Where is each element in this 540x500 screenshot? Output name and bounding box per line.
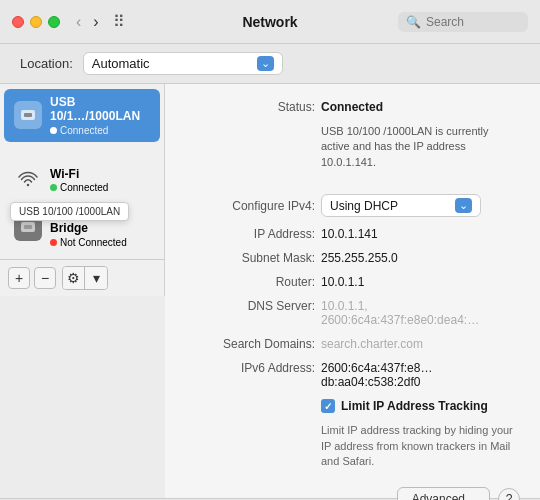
usb-item-status: Connected [50,125,150,136]
limit-ip-row: Limit IP Address Tracking [321,399,520,413]
thunderbolt-item-status: Not Connected [50,237,150,248]
dns-row: DNS Server: 10.0.1.1, 2600:6c4a:437f:e8e… [185,299,520,327]
status-label: Status: [185,100,315,114]
configure-select[interactable]: Using DHCP ⌄ [321,194,481,217]
sidebar-item-usb[interactable]: USB 10/1…/1000LAN Connected [4,89,160,142]
wifi-item-name: Wi-Fi [50,167,108,181]
search-input[interactable] [426,15,516,29]
configure-row: Configure IPv4: Using DHCP ⌄ [185,194,520,217]
back-button[interactable]: ‹ [72,13,85,31]
search-domains-row: Search Domains: search.charter.com [185,337,520,351]
ipv6-row: IPv6 Address: 2600:6c4a:437f:e8…db:aa04:… [185,361,520,389]
sidebar-list: USB 10/1…/1000LAN Connected USB 10/100 /… [0,84,164,259]
status-row: Status: Connected [185,100,520,114]
location-bar: Location: Automatic ⌄ [0,44,540,84]
svg-rect-3 [24,225,32,229]
router-row: Router: 10.0.1.1 [185,275,520,289]
configure-arrow-icon: ⌄ [455,198,472,213]
status-description: USB 10/100 /1000LAN is currently active … [321,124,520,170]
minimize-button[interactable] [30,16,42,28]
limit-ip-checkbox[interactable] [321,399,335,413]
search-domains-value: search.charter.com [321,337,423,351]
router-value: 10.0.1.1 [321,275,364,289]
usb-status-dot [50,127,57,134]
sidebar-item-wifi[interactable]: Wi-Fi Connected [4,160,160,200]
advanced-button[interactable]: Advanced... [397,487,490,500]
sidebar-footer: + − ⚙ ▾ [0,259,164,296]
ip-value: 10.0.1.141 [321,227,378,241]
limit-ip-desc: Limit IP address tracking by hiding your… [321,423,520,469]
help-button[interactable]: ? [498,488,520,500]
status-value: Connected [321,100,383,114]
search-icon: 🔍 [406,15,421,29]
settings-arrow-button[interactable]: ▾ [85,267,107,289]
titlebar: ‹ › ⠿ Network 🔍 [0,0,540,44]
window-title: Network [242,14,297,30]
dns-label: DNS Server: [185,299,315,313]
detail-actions: Advanced... ? [185,479,520,500]
location-arrow-icon: ⌄ [257,56,274,71]
subnet-row: Subnet Mask: 255.255.255.0 [185,251,520,265]
configure-label: Configure IPv4: [185,199,315,213]
router-label: Router: [185,275,315,289]
detail-panel: Status: Connected USB 10/100 /1000LAN is… [165,84,540,498]
wifi-icon [14,166,42,194]
usb-tooltip: USB 10/100 /1000LAN [10,202,129,221]
grid-icon[interactable]: ⠿ [113,12,125,31]
usb-item-info: USB 10/1…/1000LAN Connected [50,95,150,136]
location-label: Location: [20,56,73,71]
ipv6-label: IPv6 Address: [185,361,315,375]
traffic-lights [12,16,60,28]
wifi-status-dot [50,184,57,191]
main-content: USB 10/1…/1000LAN Connected USB 10/100 /… [0,84,540,498]
sidebar-wrapper: USB 10/1…/1000LAN Connected USB 10/100 /… [0,84,165,498]
configure-value: Using DHCP [330,199,451,213]
dns-value: 10.0.1.1, 2600:6c4a:437f:e8e0:dea4:… [321,299,520,327]
footer-menu-group: ⚙ ▾ [62,266,108,290]
status-desc-row: USB 10/100 /1000LAN is currently active … [185,124,520,170]
location-select[interactable]: Automatic ⌄ [83,52,283,75]
settings-button[interactable]: ⚙ [63,267,85,289]
ip-row: IP Address: 10.0.1.141 [185,227,520,241]
search-domains-label: Search Domains: [185,337,315,351]
forward-button[interactable]: › [89,13,102,31]
wifi-item-info: Wi-Fi Connected [50,167,108,193]
remove-network-button[interactable]: − [34,267,56,289]
add-network-button[interactable]: + [8,267,30,289]
sidebar: USB 10/1…/1000LAN Connected USB 10/100 /… [0,84,165,296]
search-box[interactable]: 🔍 [398,12,528,32]
maximize-button[interactable] [48,16,60,28]
close-button[interactable] [12,16,24,28]
limit-ip-label: Limit IP Address Tracking [341,399,488,413]
subnet-label: Subnet Mask: [185,251,315,265]
subnet-value: 255.255.255.0 [321,251,398,265]
nav-buttons: ‹ › [72,13,103,31]
svg-rect-1 [24,113,32,117]
usb-icon [14,101,42,129]
ipv6-value: 2600:6c4a:437f:e8…db:aa04:c538:2df0 [321,361,520,389]
location-value: Automatic [92,56,253,71]
wifi-item-status: Connected [50,182,108,193]
usb-item-name: USB 10/1…/1000LAN [50,95,150,124]
ip-label: IP Address: [185,227,315,241]
thunderbolt-status-dot [50,239,57,246]
